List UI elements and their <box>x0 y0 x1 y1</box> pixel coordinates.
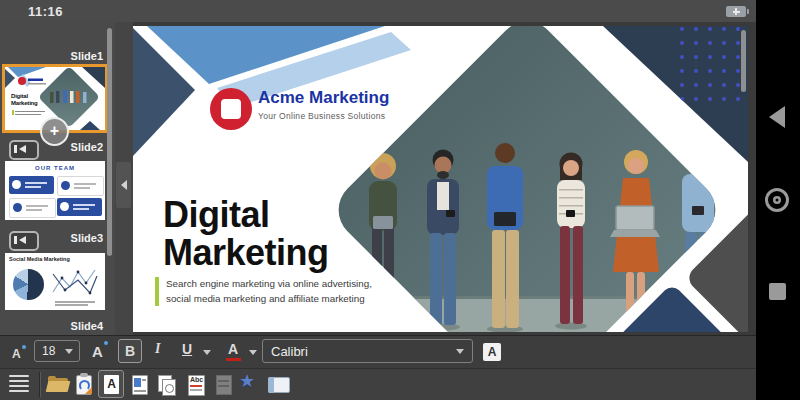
font-color-swatch <box>226 358 241 361</box>
home-icon[interactable] <box>765 188 789 212</box>
slide2-transition-icon[interactable] <box>9 140 39 160</box>
slide4-label: Slide4 <box>71 320 103 332</box>
acme-logo-icon <box>210 88 252 130</box>
title-line2: Marketing <box>163 234 329 272</box>
team-card <box>9 198 56 218</box>
slide3-thumb-title: Social Media Marketing <box>9 256 70 262</box>
slide-subtitle-textbox[interactable]: Search engine marketing via online adver… <box>166 276 372 306</box>
chevron-down-icon <box>456 349 464 354</box>
slide1-thumb-title: Digital Marketing <box>11 93 38 106</box>
panel-splitter <box>115 22 133 335</box>
slide3-thumbnail[interactable]: Social Media Marketing <box>5 253 105 310</box>
slide2-label: Slide2 <box>71 141 103 153</box>
battery-charging-icon <box>726 6 746 17</box>
font-name-dropdown[interactable]: Calibri <box>262 339 473 363</box>
gallery-star-icon[interactable]: ★ <box>239 370 255 392</box>
logo-tagline: Your Online Business Solutions <box>258 111 385 121</box>
font-size-value: 18 <box>42 344 55 358</box>
shrink-font-button[interactable]: A <box>12 347 21 361</box>
underline-chevron-icon[interactable] <box>203 350 211 355</box>
font-name-value: Calibri <box>271 344 308 359</box>
chevron-down-icon <box>65 349 73 354</box>
pie-chart-thumb <box>13 269 44 300</box>
splitter-handle[interactable] <box>116 162 131 208</box>
line-chart-thumb <box>51 266 101 300</box>
open-file-icon[interactable] <box>47 373 71 397</box>
subtitle-accent-bar <box>155 277 159 306</box>
font-color-button[interactable]: A <box>228 341 238 357</box>
dot-grid <box>673 26 748 110</box>
bold-button[interactable]: B <box>118 339 142 363</box>
logo-name: Acme Marketing <box>258 88 389 108</box>
grow-font-button[interactable]: A <box>92 343 103 360</box>
slide-title-textbox[interactable]: Digital Marketing <box>163 196 329 272</box>
subtitle-line2: social media marketing and affiliate mar… <box>166 291 372 306</box>
status-bar: 11:16 <box>0 0 756 22</box>
menu-icon[interactable] <box>8 373 32 397</box>
slide3-transition-icon[interactable] <box>9 231 39 251</box>
character-style-button[interactable]: A <box>483 343 501 361</box>
duplicate-slide-icon[interactable] <box>156 373 180 397</box>
font-color-chevron-icon[interactable] <box>249 350 257 355</box>
team-card <box>57 176 104 196</box>
panel-window-icon[interactable] <box>267 373 291 397</box>
subtitle-line1: Search engine marketing via online adver… <box>166 276 372 291</box>
android-nav-bar <box>756 0 800 400</box>
slide3-label: Slide3 <box>71 232 103 244</box>
collapse-arrow-icon <box>121 180 127 190</box>
canvas-scrollbar[interactable] <box>741 30 746 92</box>
home-icon-inner <box>773 196 781 204</box>
sidebar-scrollbar[interactable] <box>107 28 112 256</box>
person-man-blue-shirt <box>487 143 523 332</box>
team-card <box>9 176 54 194</box>
slide-layout-icon[interactable] <box>129 373 153 397</box>
slide2-thumbnail[interactable]: OUR TEAM <box>5 161 105 220</box>
underline-button[interactable]: U <box>182 341 192 357</box>
toolbar-separator <box>39 372 41 397</box>
main-toolbar: A Abc ★ <box>0 368 756 400</box>
clipboard-icon[interactable] <box>73 373 97 397</box>
slide-panel: Slide1 <box>0 22 115 335</box>
grow-indicator <box>104 341 108 345</box>
slide1-label: Slide1 <box>71 50 103 62</box>
shrink-indicator <box>22 345 26 349</box>
slide2-thumb-title: OUR TEAM <box>5 165 105 171</box>
slide-editor[interactable]: Acme Marketing Your Online Business Solu… <box>133 26 748 332</box>
add-slide-button[interactable]: + <box>40 117 69 146</box>
app-screen: { "status_bar": { "time": "11:16" }, "si… <box>0 0 800 400</box>
recents-icon[interactable] <box>769 283 786 300</box>
team-card <box>57 198 102 216</box>
character-dialog-icon[interactable]: A <box>98 370 124 398</box>
title-line1: Digital <box>163 196 329 234</box>
spellcheck-icon[interactable]: Abc <box>185 373 209 397</box>
font-size-dropdown[interactable]: 18 <box>34 340 80 362</box>
disabled-page-icon[interactable] <box>213 373 237 397</box>
back-icon[interactable] <box>769 106 785 128</box>
italic-button[interactable]: I <box>155 341 160 357</box>
clock: 11:16 <box>28 4 63 19</box>
format-toolbar: A 18 A B I U A Calibri A <box>0 335 756 368</box>
